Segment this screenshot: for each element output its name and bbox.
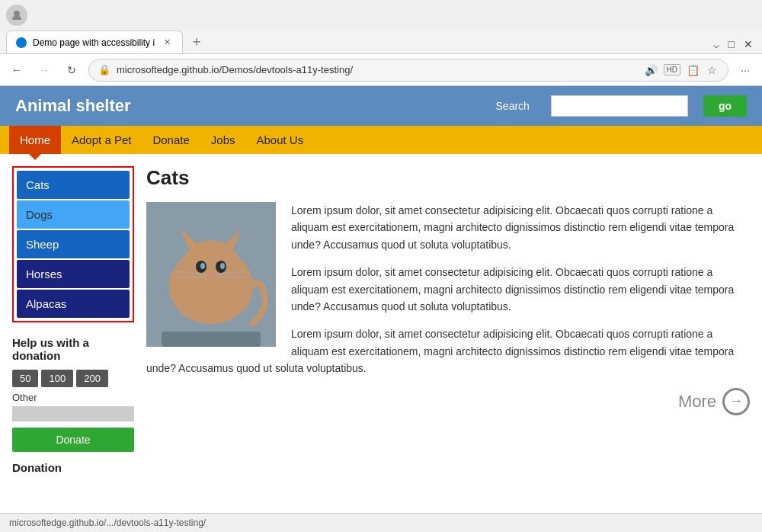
other-label: Other	[12, 392, 134, 403]
svg-point-8	[200, 263, 205, 269]
svg-rect-15	[162, 332, 261, 347]
donation-title: Help us with a donation	[12, 336, 134, 362]
address-bar[interactable]: 🔒 microsoftedge.github.io/Demos/devtools…	[88, 59, 728, 82]
donation-footer: Donation	[12, 461, 134, 474]
donate-button[interactable]: Donate	[12, 428, 134, 452]
donation-widget: Help us with a donation 50 100 200 Other…	[12, 336, 134, 474]
lock-icon: 🔒	[98, 64, 110, 75]
tab-bar: Demo page with accessibility iss ✕ ＋ ⌵ □…	[0, 30, 762, 54]
forward-button[interactable]: →	[34, 59, 55, 81]
cat-image	[146, 202, 276, 347]
tab-title: Demo page with accessibility iss	[33, 37, 155, 48]
status-bar: microsoftedge.github.io/.../devtools-a11…	[0, 513, 762, 531]
site-header: Animal shelter Search go	[0, 86, 762, 126]
content-area: Cats	[146, 166, 750, 501]
search-label: Search	[496, 100, 530, 112]
site-nav: Home Adopt a Pet Donate Jobs About Us	[0, 126, 762, 154]
screenshot-icon[interactable]: 📋	[685, 62, 701, 78]
sidebar: Cats Dogs Sheep Horses Alpacas Help us w…	[12, 166, 134, 501]
main-layout: Cats Dogs Sheep Horses Alpacas Help us w…	[0, 154, 762, 513]
address-bar-actions: 🔊 HD 📋 ☆	[643, 62, 719, 78]
maximize-icon[interactable]: □	[728, 38, 735, 50]
nav-item-home[interactable]: Home	[9, 126, 61, 154]
sidebar-item-alpacas[interactable]: Alpacas	[17, 290, 130, 318]
tab-close-btn[interactable]: ✕	[161, 37, 173, 49]
back-button[interactable]: ←	[6, 59, 27, 81]
nav-item-adopt[interactable]: Adopt a Pet	[61, 126, 142, 154]
sidebar-animal-list: Cats Dogs Sheep Horses Alpacas	[12, 166, 134, 322]
sidebar-item-horses[interactable]: Horses	[17, 260, 130, 288]
other-amount-input[interactable]	[12, 406, 134, 421]
donation-amounts: 50 100 200	[12, 370, 134, 387]
address-bar-area: ← → ↻ 🔒 microsoftedge.github.io/Demos/de…	[0, 54, 762, 86]
browser-toolbar: ···	[735, 59, 756, 81]
profile-avatar[interactable]	[6, 5, 27, 26]
status-url: microsoftedge.github.io/.../devtools-a11…	[9, 518, 206, 528]
nav-item-donate[interactable]: Donate	[142, 126, 200, 154]
sidebar-item-dogs[interactable]: Dogs	[17, 200, 130, 229]
browser-chrome: Demo page with accessibility iss ✕ ＋ ⌵ □…	[0, 0, 762, 86]
nav-item-jobs[interactable]: Jobs	[200, 126, 246, 154]
window-buttons: ⌵ □ ✕	[704, 35, 762, 53]
title-bar	[0, 0, 762, 30]
sidebar-item-cats[interactable]: Cats	[17, 171, 130, 199]
svg-point-10	[207, 273, 215, 277]
amount-100-btn[interactable]: 100	[41, 370, 73, 387]
amount-200-btn[interactable]: 200	[76, 370, 108, 387]
more-link[interactable]: More →	[146, 388, 750, 415]
svg-point-9	[220, 263, 225, 269]
favorites-icon[interactable]: ☆	[706, 62, 719, 78]
sidebar-item-sheep[interactable]: Sheep	[17, 230, 130, 258]
new-tab-btn[interactable]: ＋	[186, 30, 207, 52]
nav-item-about[interactable]: About Us	[245, 126, 314, 154]
page-content: Animal shelter Search go Home Adopt a Pe…	[0, 86, 762, 513]
active-tab[interactable]: Demo page with accessibility iss ✕	[6, 30, 183, 53]
tab-favicon	[16, 37, 27, 48]
url-text: microsoftedge.github.io/Demos/devtools-a…	[117, 64, 353, 75]
minimize-icon[interactable]: ⌵	[713, 38, 719, 50]
close-icon[interactable]: ✕	[744, 38, 753, 50]
content-body: Lorem ipsum dolor, sit amet consectetur …	[146, 202, 750, 415]
search-go-button[interactable]: go	[703, 95, 747, 117]
amount-50-btn[interactable]: 50	[12, 370, 38, 387]
hd-icon[interactable]: HD	[664, 64, 680, 75]
search-input[interactable]	[551, 95, 688, 117]
more-label: More	[678, 392, 716, 412]
more-arrow-icon: →	[722, 388, 750, 415]
site-title: Animal shelter	[15, 96, 481, 116]
svg-point-3	[182, 240, 240, 293]
refresh-button[interactable]: ↻	[61, 59, 82, 81]
read-aloud-icon[interactable]: 🔊	[643, 62, 659, 78]
content-title: Cats	[146, 166, 750, 190]
more-options-icon[interactable]: ···	[735, 59, 756, 81]
